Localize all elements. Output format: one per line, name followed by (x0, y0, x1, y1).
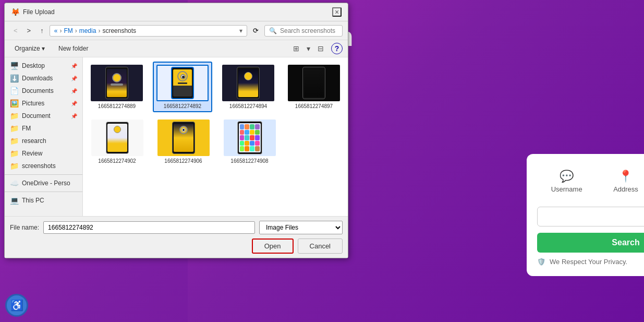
path-dropdown-arrow[interactable]: ▾ (239, 27, 242, 34)
sidebar-item-document[interactable]: 📁 Document 📌 (5, 110, 82, 122)
sidebar-label-desktop: Desktop (22, 62, 45, 69)
sidebar-item-thispc[interactable]: 💻 This PC (5, 194, 82, 207)
tab-username[interactable]: 💬 Username (537, 164, 596, 198)
phone-img-3 (237, 67, 260, 99)
onedrive-icon: ☁️ (10, 179, 19, 187)
help-button[interactable]: ? (331, 43, 343, 54)
sidebar-item-screenshots[interactable]: 📁 screenshots (5, 160, 82, 172)
research-icon: 📁 (10, 137, 19, 145)
phone-img-2 (171, 67, 194, 99)
path-media[interactable]: media (79, 27, 96, 34)
phone-img-7 (237, 121, 262, 154)
file-item-4[interactable]: 1665812274897 (284, 62, 344, 112)
privacy-text: We Respect Your Privacy. (550, 258, 627, 266)
sidebar-item-desktop[interactable]: 🖥️ Desktop 📌 (5, 59, 82, 72)
file-name-5: 1665812274902 (98, 158, 136, 164)
sidebar-item-onedrive[interactable]: ☁️ OneDrive - Perso (5, 177, 82, 189)
filename-label: File name: (10, 224, 39, 231)
file-name-4: 1665812274897 (295, 103, 333, 109)
sidebar-item-documents[interactable]: 📄 Documents 📌 (5, 85, 82, 97)
search-input[interactable] (537, 207, 644, 226)
view-toggle: ⊞ ▾ ⊟ (290, 42, 327, 55)
search-input-dialog[interactable] (280, 27, 338, 34)
organize-label: Organize ▾ (15, 45, 45, 52)
view-dropdown-button[interactable]: ▾ (303, 42, 313, 55)
main-area: 🖥️ Desktop 📌 ⬇️ Downloads 📌 📄 Documents … (5, 57, 348, 216)
tab-username-label: Username (551, 185, 582, 193)
search-icon: 🔍 (269, 27, 277, 34)
address-toolbar: < > ↑ « › FM › media › screenshots ▾ ⟳ 🔍 (5, 21, 348, 40)
search-bar: 🔍 (264, 25, 343, 37)
phone-img-4 (302, 67, 325, 99)
back-button[interactable]: < (10, 25, 21, 37)
up-button[interactable]: ↑ (37, 25, 47, 37)
review-icon: 📁 (10, 149, 19, 158)
sidebar-label-review: Review (22, 150, 42, 157)
pin-document: 📌 (71, 113, 77, 119)
sidebar-label-pictures: Pictures (22, 100, 44, 107)
secondary-toolbar: Organize ▾ New folder ⊞ ▾ ⊟ ? (5, 40, 348, 57)
close-button[interactable]: × (332, 7, 342, 17)
tab-address-label: Address (613, 185, 638, 193)
file-name-7: 1665812274908 (230, 158, 268, 164)
forward-button[interactable]: > (23, 25, 35, 37)
phone-img-5 (106, 122, 129, 154)
cancel-button[interactable]: Cancel (298, 238, 343, 254)
sidebar-item-research[interactable]: 📁 research (5, 135, 82, 147)
search-card: 💬 Username 📍 Address 🖼️ Image Search 🛡️ … (527, 154, 644, 276)
accessibility-button[interactable]: ♿ (5, 294, 28, 317)
sidebar-divider-2 (5, 192, 82, 192)
file-item-1[interactable]: 1665812274889 (87, 62, 147, 112)
tab-address[interactable]: 📍 Address (596, 164, 644, 198)
file-row-1: 1665812274889 (87, 62, 344, 112)
sidebar-item-downloads[interactable]: ⬇️ Downloads 📌 (5, 72, 82, 85)
sidebar-label-downloads: Downloads (22, 75, 53, 82)
file-item-2[interactable]: 1665812274892 (153, 62, 212, 112)
sidebar-label-documents: Documents (22, 87, 54, 94)
file-item-3[interactable]: 1665812274894 (218, 62, 278, 112)
file-thumb-6 (157, 120, 210, 156)
new-folder-button[interactable]: New folder (54, 42, 93, 55)
view-detail-button[interactable]: ⊟ (314, 42, 327, 55)
sidebar-item-pictures[interactable]: 🖼️ Pictures 📌 (5, 97, 82, 110)
file-row-2: 1665812274902 (87, 116, 344, 167)
sidebar-item-review[interactable]: 📁 Review (5, 147, 82, 160)
file-thumb-4 (288, 65, 340, 101)
file-item-7[interactable]: 1665812274908 (220, 116, 280, 167)
sidebar-item-fm[interactable]: 📁 FM (5, 122, 82, 135)
titlebar-left: 🦊 File Upload (11, 8, 55, 16)
file-name-3: 1665812274894 (229, 103, 267, 109)
organize-button[interactable]: Organize ▾ (10, 42, 50, 55)
privacy-row: 🛡️ We Respect Your Privacy. (537, 258, 644, 266)
file-thumb-3 (222, 65, 274, 101)
search-button[interactable]: Search (537, 233, 644, 253)
file-thumb-1 (91, 65, 143, 101)
filetype-select[interactable]: Image Files All Files (259, 221, 343, 234)
file-thumb-2 (156, 65, 209, 101)
pin-downloads: 📌 (71, 76, 77, 81)
documents-icon: 📄 (10, 87, 19, 95)
path-sep-2: › (75, 27, 77, 34)
file-item-5[interactable]: 1665812274902 (87, 116, 147, 167)
filename-input[interactable] (43, 221, 255, 234)
sidebar-label-screenshots: screenshots (22, 162, 56, 170)
thispc-icon: 💻 (10, 196, 19, 205)
view-icons-button[interactable]: ⊞ (290, 42, 302, 55)
screenshots-icon: 📁 (10, 162, 19, 170)
phone-img-1 (105, 67, 128, 99)
open-button[interactable]: Open (252, 238, 294, 254)
file-grid: 1665812274889 (83, 57, 348, 216)
sidebar-label-document: Document (22, 112, 51, 120)
file-thumb-5 (91, 120, 143, 156)
file-item-6[interactable]: 1665812274906 (153, 116, 213, 167)
sidebar-label-fm: FM (22, 125, 31, 132)
path-sep-1: › (59, 27, 62, 34)
path-bar: « › FM › media › screenshots ▾ (50, 25, 247, 37)
path-root[interactable]: « (54, 27, 58, 34)
refresh-button[interactable]: ⟳ (249, 25, 262, 37)
pin-pictures: 📌 (71, 101, 77, 106)
bottom-bar: File name: Image Files All Files Open Ca… (5, 216, 348, 258)
pictures-icon: 🖼️ (10, 99, 19, 108)
sidebar-label-thispc: This PC (22, 197, 44, 204)
path-fm[interactable]: FM (64, 27, 72, 34)
